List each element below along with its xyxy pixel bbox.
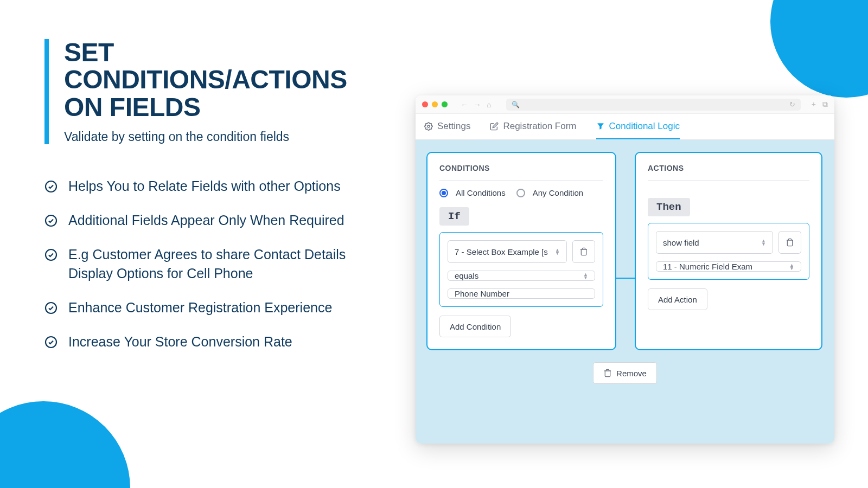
actions-heading: ACTIONS — [648, 164, 809, 172]
action-rule-box: show field ▲▼ 11 - Numeric Field Exam ▲▼ — [648, 223, 809, 280]
button-label: Remove — [616, 369, 647, 378]
marketing-left-panel: SET CONDITIONS/ACTIONS ON FIELDS Validat… — [44, 39, 381, 367]
remove-rule-button[interactable]: Remove — [593, 362, 657, 384]
actions-card: ACTIONS Then show field ▲▼ 11 - Nu — [635, 152, 822, 350]
condition-operator-select[interactable]: equals ▲▼ — [448, 271, 595, 281]
forward-icon[interactable]: → — [474, 100, 481, 109]
condition-rule-box: 7 - Select Box Example [s ▲▼ equals ▲▼ P… — [439, 232, 603, 307]
button-label: Add Condition — [450, 322, 501, 331]
new-tab-icon[interactable]: + — [812, 100, 816, 109]
check-circle-icon — [44, 180, 58, 193]
bullet-text: E.g Customer Agrees to share Contact Det… — [68, 245, 381, 283]
trash-icon — [786, 238, 794, 247]
add-condition-button[interactable]: Add Condition — [439, 316, 511, 337]
page-title: SET CONDITIONS/ACTIONS ON FIELDS — [64, 39, 381, 121]
bullet-item: Increase Your Store Conversion Rate — [44, 332, 381, 351]
feature-bullet-list: Helps You to Relate Fields with other Op… — [44, 177, 381, 351]
app-window: ← → ⌂ 🔍 ↻ + ⧉ Settings Registration Form… — [416, 95, 834, 444]
edit-form-icon — [490, 122, 499, 131]
select-value: show field — [663, 238, 699, 247]
decor-circle-bottom-left — [0, 401, 130, 488]
delete-condition-button[interactable] — [572, 240, 595, 263]
maximize-window-icon[interactable] — [442, 101, 448, 107]
app-tabs: Settings Registration Form Conditional L… — [416, 114, 834, 140]
tab-conditional-logic[interactable]: Conditional Logic — [596, 114, 680, 139]
chevron-updown-icon: ▲▼ — [583, 273, 588, 279]
minimize-window-icon[interactable] — [432, 101, 438, 107]
tab-label: Conditional Logic — [609, 121, 680, 132]
bullet-item: E.g Customer Agrees to share Contact Det… — [44, 245, 381, 283]
workspace: CONDITIONS All Conditions Any Condition … — [416, 140, 834, 444]
delete-action-button[interactable] — [778, 231, 801, 254]
check-circle-icon — [44, 248, 58, 261]
trash-icon — [579, 247, 588, 256]
close-window-icon[interactable] — [422, 101, 428, 107]
conditions-heading: CONDITIONS — [439, 164, 603, 172]
search-icon: 🔍 — [512, 101, 520, 108]
chevron-updown-icon: ▲▼ — [761, 239, 766, 246]
condition-field-select[interactable]: 7 - Select Box Example [s ▲▼ — [448, 240, 567, 263]
back-icon[interactable]: ← — [461, 100, 468, 109]
add-action-button[interactable]: Add Action — [648, 288, 707, 310]
button-label: Add Action — [658, 295, 697, 304]
if-chip: If — [439, 207, 469, 226]
action-target-select[interactable]: 11 - Numeric Field Exam ▲▼ — [656, 261, 801, 272]
gear-icon — [424, 122, 433, 131]
tab-settings[interactable]: Settings — [424, 114, 470, 139]
select-value: 7 - Select Box Example [s — [455, 247, 548, 256]
bullet-item: Enhance Customer Registration Experience — [44, 298, 381, 317]
radio-label-all: All Conditions — [456, 188, 506, 197]
tab-label: Registration Form — [503, 121, 576, 132]
select-value: equals — [455, 271, 478, 280]
svg-point-5 — [427, 125, 430, 127]
select-value: 11 - Numeric Field Exam — [663, 262, 752, 271]
browser-nav-buttons: ← → ⌂ — [461, 100, 491, 109]
radio-any-condition[interactable] — [516, 189, 525, 197]
then-chip: Then — [648, 198, 690, 216]
decor-circle-top-right — [770, 0, 868, 98]
copy-icon[interactable]: ⧉ — [822, 100, 828, 109]
tab-registration-form[interactable]: Registration Form — [490, 114, 576, 139]
divider — [648, 180, 809, 181]
check-circle-icon — [44, 336, 58, 349]
action-type-select[interactable]: show field ▲▼ — [656, 231, 773, 254]
window-titlebar: ← → ⌂ 🔍 ↻ + ⧉ — [416, 95, 834, 114]
trash-icon — [603, 369, 612, 377]
check-circle-icon — [44, 301, 58, 314]
radio-label-any: Any Condition — [533, 188, 583, 197]
condition-value-input[interactable]: Phone Number — [448, 288, 595, 299]
refresh-icon[interactable]: ↻ — [789, 100, 795, 108]
check-circle-icon — [44, 214, 58, 227]
home-icon[interactable]: ⌂ — [487, 100, 491, 109]
bullet-text: Increase Your Store Conversion Rate — [68, 332, 292, 351]
chevron-updown-icon: ▲▼ — [789, 264, 794, 270]
tab-label: Settings — [437, 121, 470, 132]
traffic-lights — [422, 101, 448, 107]
conditions-card: CONDITIONS All Conditions Any Condition … — [426, 152, 616, 350]
input-value: Phone Number — [455, 289, 509, 298]
filter-icon — [596, 122, 605, 131]
bullet-text: Additional Fields Appear Only When Requi… — [68, 211, 344, 230]
chevron-updown-icon: ▲▼ — [555, 248, 560, 255]
bullet-item: Additional Fields Appear Only When Requi… — [44, 211, 381, 230]
bullet-item: Helps You to Relate Fields with other Op… — [44, 177, 381, 196]
page-subtitle: Validate by setting on the condition fie… — [64, 130, 381, 144]
bullet-text: Enhance Customer Registration Experience — [68, 298, 332, 317]
radio-all-conditions[interactable] — [439, 189, 448, 197]
divider — [439, 180, 603, 181]
address-bar[interactable]: 🔍 ↻ — [506, 99, 800, 111]
bullet-text: Helps You to Relate Fields with other Op… — [68, 177, 341, 196]
